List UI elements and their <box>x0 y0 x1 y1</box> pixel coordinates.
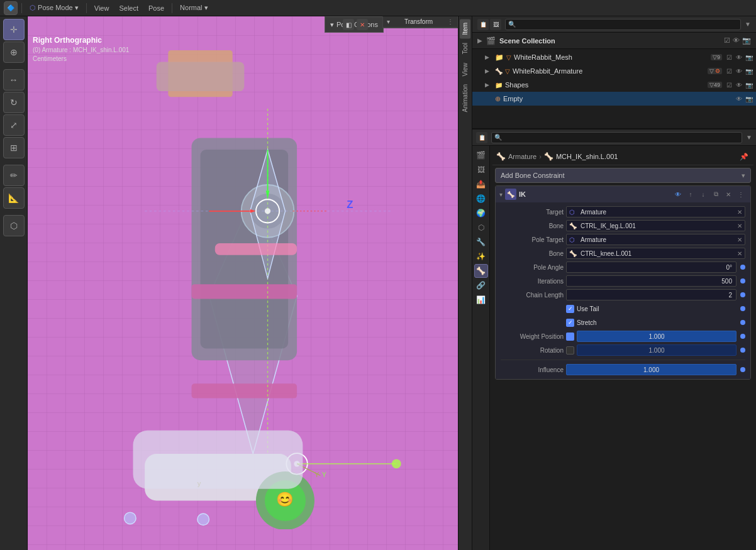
oi-empty-eye[interactable]: 👁 <box>735 94 743 103</box>
grab-tool-btn[interactable]: ↔ <box>3 69 25 91</box>
scale-tool-btn[interactable]: ⤢ <box>3 114 25 136</box>
prop-pole-target-value[interactable]: ⬡ Armature ✕ <box>566 234 745 245</box>
oi-mesh-check[interactable]: ☑ <box>725 53 733 62</box>
weight-pos-dot[interactable] <box>740 334 745 339</box>
target-clear-btn[interactable]: ✕ <box>737 209 742 216</box>
bc-armature[interactable]: Armature <box>508 153 536 160</box>
vtab-item[interactable]: Item <box>460 19 470 38</box>
pole-bone-clear-btn[interactable]: ✕ <box>737 250 742 257</box>
iterations-dot[interactable] <box>740 278 745 283</box>
bone-roll-tool-btn[interactable]: ⬡ <box>3 215 25 236</box>
use-tail-dot[interactable] <box>740 306 745 311</box>
influence-dot[interactable] <box>740 367 745 372</box>
oi-mesh-eye[interactable]: 👁 <box>735 53 743 62</box>
constraint-eye-btn[interactable]: 👁 <box>672 189 684 200</box>
outliner-filter-icon[interactable]: ▼ <box>745 21 751 28</box>
props-output-btn[interactable]: 📤 <box>474 177 488 191</box>
constraint-delete-btn[interactable]: ✕ <box>723 189 734 200</box>
outliner-search[interactable] <box>505 19 741 30</box>
sc-expand[interactable]: ▶ <box>477 37 482 44</box>
chain-length-dot[interactable] <box>740 292 745 297</box>
menu-view[interactable]: View <box>91 3 113 13</box>
stretch-checkbox[interactable]: ✓ <box>566 319 574 327</box>
menu-select[interactable]: Select <box>115 3 142 13</box>
props-filter-icon[interactable]: ▼ <box>746 134 752 141</box>
outliner-item-armature[interactable]: ▶ 🦴 ▽ WhiteRabbit_Armature ▽⚙ ☑ 👁 📷 <box>472 64 756 78</box>
stretch-dot[interactable] <box>740 320 745 325</box>
constraint-up-btn[interactable]: ↑ <box>685 189 696 200</box>
viewport-close-btn[interactable]: ✕ <box>357 19 368 30</box>
prop-row-iterations: Iterations 500 <box>496 274 750 288</box>
outliner-item-shapes[interactable]: ▶ 📁 Shapes ▽49 ☑ 👁 📷 <box>472 78 756 92</box>
vtab-tool[interactable]: Tool <box>460 39 470 58</box>
constraint-copy-btn[interactable]: ⧉ <box>710 189 721 200</box>
prop-weight-pos-value[interactable]: 1.000 <box>577 331 737 342</box>
prop-chain-length-value[interactable]: 2 <box>566 289 737 300</box>
props-display-btn[interactable]: 📋 <box>476 132 487 143</box>
pole-angle-dot[interactable] <box>740 265 745 270</box>
sc-render[interactable]: 📷 <box>742 36 751 45</box>
props-scene-btn[interactable]: 🎬 <box>474 148 488 162</box>
mode-selector[interactable]: ⬡ Pose Mode ▾ <box>26 3 82 13</box>
weight-pos-checkbox[interactable] <box>566 333 574 341</box>
rotate-tool-btn[interactable]: ↻ <box>3 92 25 113</box>
sc-eye[interactable]: 👁 <box>733 36 740 45</box>
sc-checkbox[interactable]: ☑ <box>724 36 730 45</box>
outliner-item-mesh[interactable]: ▶ 📁 ▽ WhiteRabbit_Mesh ▽9 ☑ 👁 📷 <box>472 50 756 64</box>
prop-iterations-value[interactable]: 500 <box>566 275 737 287</box>
oi-shapes-cam[interactable]: 📷 <box>745 80 753 89</box>
props-particles-btn[interactable]: ✨ <box>474 250 488 263</box>
outliner-item-empty[interactable]: ▶ ⊕ Empty 👁 📷 <box>472 92 756 106</box>
pole-target-clear-btn[interactable]: ✕ <box>737 236 742 243</box>
constraint-down-btn[interactable]: ↓ <box>698 189 709 200</box>
cursor-tool-btn[interactable]: ✛ <box>3 19 25 40</box>
prop-target-value[interactable]: ⬡ Armature ✕ <box>566 206 745 217</box>
props-bone-constraint-btn[interactable]: 🔗 <box>474 278 488 292</box>
vtab-animation[interactable]: Animation <box>460 80 470 116</box>
oi-arm-eye[interactable]: 👁 <box>735 67 743 75</box>
constraint-expand-btn[interactable]: ▾ <box>499 191 503 198</box>
vtab-view[interactable]: View <box>460 59 470 80</box>
menu-pose[interactable]: Pose <box>145 3 168 13</box>
prop-pole-angle-value[interactable]: 0° <box>566 261 737 273</box>
blender-logo-btn[interactable]: 🔷 <box>4 1 18 15</box>
transform-panel-dots[interactable]: ⋮ <box>447 18 453 25</box>
oi-empty-cam[interactable]: 📷 <box>745 94 753 103</box>
oi-arm-check[interactable]: ☑ <box>725 67 733 75</box>
prop-rotation-value[interactable]: 1.000 <box>577 344 737 356</box>
bc-pin-btn[interactable]: 📌 <box>738 151 750 162</box>
measure-tool-btn[interactable]: 📐 <box>3 187 25 209</box>
props-world-btn[interactable]: 🌍 <box>474 206 488 220</box>
annotate-tool-btn[interactable]: ✏ <box>3 165 25 186</box>
move-tool-btn[interactable]: ⊕ <box>3 41 25 63</box>
add-bone-constraint-bar[interactable]: Add Bone Constraint ▾ <box>495 168 751 183</box>
oi-shapes-eye[interactable]: 👁 <box>735 80 743 89</box>
props-bone-btn[interactable]: 🦴 <box>474 264 488 278</box>
oi-arm-cam[interactable]: 📷 <box>745 67 753 75</box>
props-view-btn[interactable]: 🌐 <box>474 192 488 206</box>
props-modifier-btn[interactable]: 🔧 <box>474 235 488 249</box>
oi-mesh-cam[interactable]: 📷 <box>745 53 753 62</box>
viewport-collapse-btn[interactable]: ◧ <box>343 19 354 30</box>
prop-pole-bone-value[interactable]: 🦴 CTRL_knee.L.001 ✕ <box>566 248 745 259</box>
rotation-checkbox[interactable] <box>566 346 574 355</box>
rotation-dot[interactable] <box>740 348 745 353</box>
props-data-btn[interactable]: 📊 <box>474 293 488 307</box>
use-tail-checkbox[interactable]: ✓ <box>566 305 574 313</box>
oi-expand-mesh[interactable]: ▶ <box>485 54 492 60</box>
props-object-btn[interactable]: ⬡ <box>474 221 488 234</box>
oi-shapes-check[interactable]: ☑ <box>725 80 733 89</box>
viewport[interactable]: 😊 Z Y y <box>28 16 472 550</box>
constraint-dots-btn[interactable]: ⋮ <box>735 189 747 200</box>
outliner-display-btn[interactable]: 📋 <box>477 19 489 30</box>
oi-expand-arm[interactable]: ▶ <box>485 68 492 74</box>
prop-bone-value[interactable]: 🦴 CTRL_IK_leg.L.001 ✕ <box>566 220 745 231</box>
bone-clear-btn[interactable]: ✕ <box>737 223 742 229</box>
outliner-filter-btn[interactable]: 🖼 <box>490 19 501 30</box>
props-search[interactable] <box>491 132 742 143</box>
transform-tool-btn[interactable]: ⊞ <box>3 137 25 158</box>
props-render-btn[interactable]: 🖼 <box>474 163 488 177</box>
shading-dropdown[interactable]: Normal ▾ <box>176 3 212 13</box>
prop-influence-value[interactable]: 1.000 <box>566 364 737 375</box>
oi-expand-shapes[interactable]: ▶ <box>485 82 492 88</box>
